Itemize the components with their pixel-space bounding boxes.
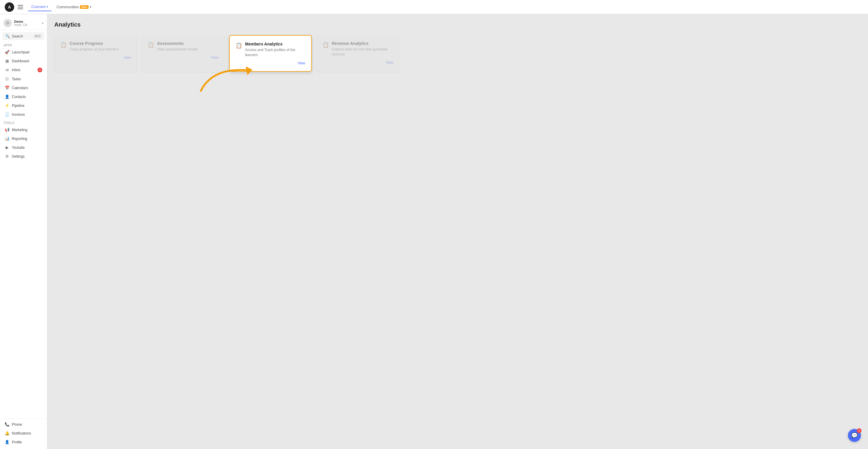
dashboard-icon: ▦ <box>5 59 9 63</box>
sidebar: D Demo Irvine, CA ▾ 🔍 Search ⌘ K Apps 🚀 … <box>0 14 47 449</box>
profile-icon: 👤 <box>5 440 9 444</box>
card-members-analytics[interactable]: 📋 Members Analytics Access and Track pro… <box>229 35 312 72</box>
card-title: Members Analytics <box>245 42 305 46</box>
sidebar-item-reporting[interactable]: 📊 Reporting <box>1 134 46 143</box>
search-shortcut: ⌘ K <box>34 34 42 38</box>
sidebar-item-pipeline[interactable]: ⚡ Pipeline <box>1 101 46 110</box>
reporting-icon: 📊 <box>5 136 9 141</box>
apps-nav: 🚀 Launchpad ▦ Dashboard ✉ Inbox 3 ☑ Task… <box>0 47 47 119</box>
main-content: Analytics 📋 Course Progress Track progre… <box>47 14 868 449</box>
youtube-icon: ▶ <box>5 145 9 150</box>
hamburger-menu[interactable] <box>18 5 23 9</box>
sidebar-item-notifications[interactable]: 🔔 Notifications <box>1 429 46 438</box>
sidebar-item-label: Settings <box>12 154 25 159</box>
settings-icon: ⚙ <box>5 154 9 159</box>
user-location: Irvine, CA <box>14 23 39 27</box>
sidebar-item-label: Tasks <box>12 77 21 81</box>
sidebar-item-profile[interactable]: 👤 Profile <box>1 438 46 446</box>
revenue-analytics-icon: 📋 <box>322 42 329 48</box>
sidebar-item-phone[interactable]: 📞 Phone <box>1 420 46 429</box>
nav-courses[interactable]: Courses ▾ <box>28 3 52 11</box>
marketing-icon: 📢 <box>5 128 9 132</box>
launchpad-icon: 🚀 <box>5 50 9 54</box>
sidebar-item-label: Contacts <box>12 95 26 99</box>
chat-badge: 5 <box>857 428 862 433</box>
card-desc: Track progress of your learners <box>70 47 119 52</box>
sidebar-item-label: Notifications <box>12 431 31 436</box>
card-desc: Access and Track profiles of the learner… <box>245 47 305 58</box>
layout: D Demo Irvine, CA ▾ 🔍 Search ⌘ K Apps 🚀 … <box>0 14 868 449</box>
assessments-icon: 📋 <box>148 42 154 48</box>
card-view-link[interactable]: View <box>60 56 131 60</box>
sidebar-bottom: 📞 Phone 🔔 Notifications 👤 Profile <box>0 418 47 447</box>
card-overlay <box>142 35 224 72</box>
sidebar-item-inbox[interactable]: ✉ Inbox 3 <box>1 66 46 74</box>
sidebar-item-settings[interactable]: ⚙ Settings <box>1 152 46 161</box>
top-nav: A Courses ▾ Communities New ▾ <box>0 0 868 14</box>
card-title: Course Progress <box>70 41 119 46</box>
page-title: Analytics <box>54 21 861 28</box>
user-name: Demo <box>14 20 39 23</box>
card-desc: Explore stats for one time purchase reve… <box>332 47 393 57</box>
sidebar-item-label: Calendars <box>12 86 28 90</box>
logo-avatar: A <box>5 2 14 12</box>
card-desc: View assessments results <box>157 47 198 52</box>
sidebar-item-label: Reporting <box>12 137 27 141</box>
search-label: Search <box>12 34 32 38</box>
sidebar-item-marketing[interactable]: 📢 Marketing <box>1 125 46 134</box>
sidebar-item-launchpad[interactable]: 🚀 Launchpad <box>1 48 46 56</box>
cards-grid: 📋 Course Progress Track progress of your… <box>54 35 861 72</box>
sidebar-item-label: Pipeline <box>12 104 25 108</box>
inbox-icon: ✉ <box>5 68 9 72</box>
avatar: D <box>4 19 12 27</box>
sidebar-item-youtube[interactable]: ▶ Youtube <box>1 143 46 152</box>
card-assessments[interactable]: 📋 Assessments View assessments results V… <box>142 35 224 72</box>
sidebar-item-calendars[interactable]: 📅 Calendars <box>1 84 46 92</box>
card-view-link[interactable]: View <box>322 61 393 65</box>
courses-chevron-icon: ▾ <box>46 5 48 8</box>
sidebar-item-label: Phone <box>12 422 22 426</box>
inbox-badge: 3 <box>37 68 42 72</box>
members-analytics-icon: 📋 <box>236 42 242 49</box>
calendars-icon: 📅 <box>5 86 9 90</box>
sidebar-item-label: Marketing <box>12 128 27 132</box>
sidebar-item-contacts[interactable]: 👤 Contacts <box>1 92 46 101</box>
contacts-icon: 👤 <box>5 94 9 99</box>
course-progress-icon: 📋 <box>60 42 67 48</box>
tools-nav: 📢 Marketing 📊 Reporting ▶ Youtube ⚙ Sett… <box>0 125 47 161</box>
sidebar-item-label: Launchpad <box>12 50 29 54</box>
card-course-progress[interactable]: 📋 Course Progress Track progress of your… <box>54 35 137 72</box>
phone-icon: 📞 <box>5 422 9 426</box>
search-icon: 🔍 <box>5 34 10 38</box>
apps-section-label: Apps <box>0 41 47 47</box>
tools-section-label: Tools <box>0 119 47 125</box>
sidebar-item-label: Youtube <box>12 146 25 150</box>
notifications-icon: 🔔 <box>5 431 9 436</box>
chat-button[interactable]: 💬 5 <box>848 429 861 442</box>
card-overlay <box>54 35 137 72</box>
sidebar-item-label: Profile <box>12 440 22 444</box>
card-revenue-analytics[interactable]: 📋 Revenue Analytics Explore stats for on… <box>316 35 399 72</box>
card-title: Assessments <box>157 41 198 46</box>
user-chevron-icon: ▾ <box>42 22 43 25</box>
sidebar-item-invoices[interactable]: 🧾 Invoices <box>1 110 46 119</box>
nav-communities[interactable]: Communities New ▾ <box>53 3 94 11</box>
sidebar-user[interactable]: D Demo Irvine, CA ▾ <box>0 17 47 30</box>
communities-chevron-icon: ▾ <box>90 5 91 8</box>
sidebar-item-label: Inbox <box>12 68 20 72</box>
invoices-icon: 🧾 <box>5 112 9 117</box>
search-bar[interactable]: 🔍 Search ⌘ K <box>2 32 44 40</box>
card-view-link[interactable]: View <box>148 56 218 60</box>
sidebar-item-tasks[interactable]: ☑ Tasks <box>1 75 46 83</box>
sidebar-item-label: Invoices <box>12 113 25 117</box>
card-title: Revenue Analytics <box>332 41 393 46</box>
nav-links: Courses ▾ Communities New ▾ <box>28 3 95 11</box>
tasks-icon: ☑ <box>5 77 9 81</box>
pipeline-icon: ⚡ <box>5 103 9 108</box>
communities-new-badge: New <box>80 5 89 9</box>
card-view-link[interactable]: View <box>236 61 305 65</box>
sidebar-item-label: Dashboard <box>12 59 29 63</box>
sidebar-item-dashboard[interactable]: ▦ Dashboard <box>1 57 46 65</box>
